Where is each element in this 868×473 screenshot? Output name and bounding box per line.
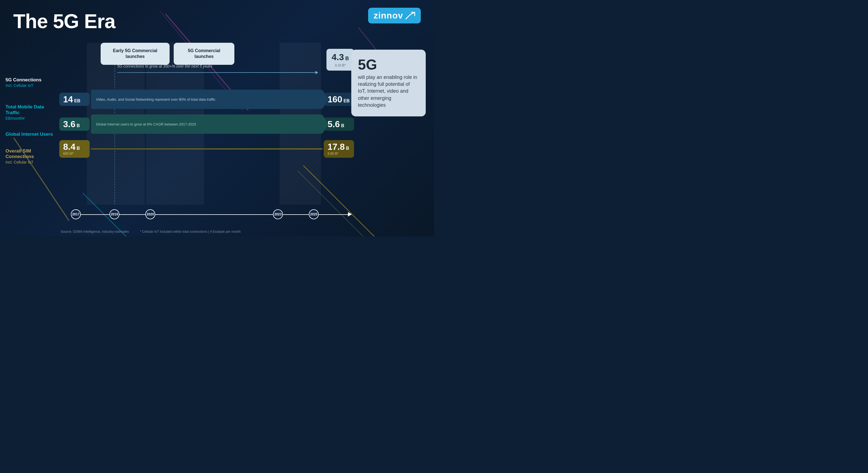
year-2023: 2023	[273, 209, 283, 219]
col-header-early-5g: Early 5G Commercial launches	[101, 43, 169, 65]
page-title: The 5G Era	[13, 10, 115, 32]
label-mobile-data: Total Mobile Data Traffic EB/month#	[5, 104, 58, 120]
arrow-head-mobile	[322, 90, 329, 109]
start-box-mobile: 14 EB	[59, 93, 90, 106]
footer: Source: GSMA Intelligence, Industry esti…	[61, 230, 241, 234]
right-panel: 5G will play an enabling role in realizi…	[351, 50, 426, 116]
logo-icon	[405, 12, 415, 20]
connections-arrow-line	[117, 72, 315, 73]
row-mobile-data: 14 EB Video, Audio, and Social Networkin…	[59, 90, 354, 109]
panel-5g-heading: 5G	[358, 57, 419, 72]
footer-note: * Cellular IoT included within total con…	[140, 230, 241, 234]
start-box-internet: 3.6 B	[59, 118, 90, 131]
year-2017: 2017	[71, 209, 81, 219]
footer-source: Source: GSMA Intelligence, Industry esti…	[61, 230, 129, 234]
logo-text: zinnov	[374, 10, 403, 21]
growth-text: 5G connections to grow at 350+% over the…	[117, 64, 212, 68]
arrow-head-internet	[322, 115, 329, 134]
row-sim: 8.4 B 600 M* 17.8 B 8.85 B*	[59, 139, 354, 158]
logo-box: zinnov	[368, 8, 421, 24]
label-5g-connections: 5G Connections Incl. Cellular IoT	[5, 77, 58, 88]
arrow-internet: Global Internet users to grow at 6% CAGR…	[91, 115, 322, 134]
year-2025: 2025	[309, 209, 319, 219]
arrow-sim-line	[91, 148, 322, 149]
start-box-sim: 8.4 B 600 M*	[59, 140, 90, 158]
label-internet-users: Global Internet Users	[5, 131, 58, 137]
row-internet-users: 3.6 B Global Internet users to grow at 6…	[59, 115, 354, 134]
chart-area: Early 5G Commercial launches 5G Commerci…	[59, 43, 354, 221]
arrow-body-internet: Global Internet users to grow at 6% CAGR…	[91, 115, 322, 134]
end-box-sim: 17.8 B 8.85 B*	[324, 140, 354, 158]
timeline-arrow	[348, 212, 352, 216]
5g-connections-section: 5G connections to grow at 350+% over the…	[59, 63, 354, 86]
year-2020: 2020	[145, 209, 155, 219]
arrow-body-mobile: Video, Audio, and Social Networking repr…	[91, 90, 322, 109]
connections-arrow-head	[315, 71, 318, 74]
left-labels: 5G Connections Incl. Cellular IoT Total …	[5, 77, 58, 165]
arrow-mobile: Video, Audio, and Social Networking repr…	[91, 90, 322, 109]
background: The 5G Era zinnov 5G Connections Incl. C…	[0, 0, 434, 236]
label-sim-connections: Overall SIM Connections Incl. Cellular I…	[5, 148, 58, 165]
col-header-5g-commercial: 5G Commercial launches	[174, 43, 235, 65]
panel-description: will play an enabling role in realizing …	[358, 74, 419, 109]
year-2019: 2019	[110, 209, 119, 219]
value-4-3b: 4.3 B 3.10 B*	[327, 49, 354, 70]
column-headers: Early 5G Commercial launches 5G Commerci…	[101, 43, 354, 65]
data-rows: 14 EB Video, Audio, and Social Networkin…	[59, 90, 354, 164]
timeline: 2017 2019 2020 2023 2025	[59, 207, 354, 221]
